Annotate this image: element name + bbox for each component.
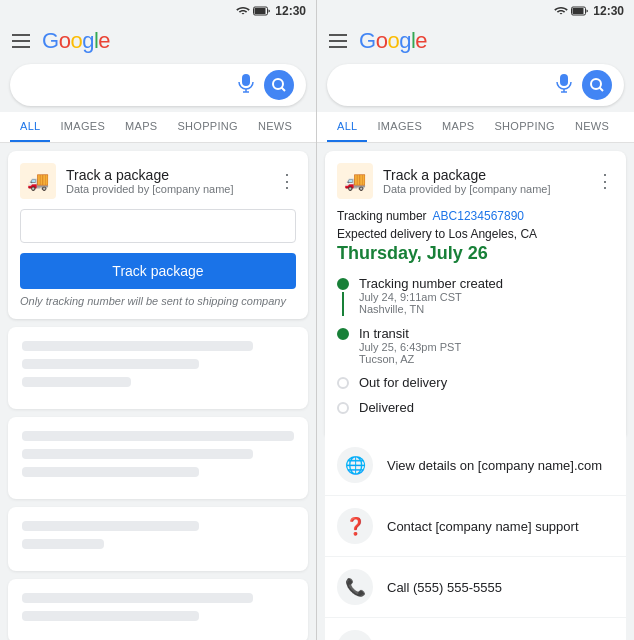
right-card-truck-icon: 🚚 <box>337 163 373 199</box>
action-call[interactable]: 📞 Call (555) 555-5555 <box>325 557 626 618</box>
skeleton-line <box>22 359 199 369</box>
svg-rect-9 <box>560 74 568 86</box>
left-skeleton-card-3 <box>8 507 308 571</box>
right-status-icons <box>554 6 589 16</box>
left-tab-news[interactable]: NEWS <box>248 112 302 142</box>
tracking-number-label: Tracking number <box>337 209 427 223</box>
left-card-header: 🚚 Track a package Data provided by [comp… <box>20 163 296 199</box>
left-skeleton-card-1 <box>8 327 308 409</box>
right-card-header: 🚚 Track a package Data provided by [comp… <box>337 163 614 199</box>
left-main-content: 🚚 Track a package Data provided by [comp… <box>0 143 316 640</box>
left-status-icons <box>236 6 271 16</box>
timeline-content-outfordelivery: Out for delivery <box>359 375 614 390</box>
left-tab-maps[interactable]: MAPS <box>115 112 167 142</box>
left-skeleton-card-4 <box>8 579 308 640</box>
left-tab-all[interactable]: ALL <box>10 112 50 142</box>
svg-rect-1 <box>255 8 266 14</box>
right-tab-all[interactable]: ALL <box>327 112 367 142</box>
timeline-dot-area-3 <box>337 375 349 389</box>
timeline-dot-created <box>337 278 349 290</box>
action-track-another[interactable]: 🚚 Track another package <box>325 618 626 640</box>
truck-icon: 🚚 <box>337 630 373 640</box>
left-track-button[interactable]: Track package <box>20 253 296 289</box>
action-view-details[interactable]: 🌐 View details on [company name].com <box>325 435 626 496</box>
wifi-icon <box>236 6 250 16</box>
right-mic-button[interactable] <box>554 72 574 99</box>
tracking-number-row: Tracking number ABC1234567890 <box>337 209 614 223</box>
skeleton-line <box>22 593 253 603</box>
timeline-detail-transit: July 25, 6:43pm PST <box>359 341 614 353</box>
right-top-bar: Google <box>317 22 634 58</box>
right-hamburger-menu-icon[interactable] <box>329 34 347 48</box>
globe-icon: 🌐 <box>337 447 373 483</box>
action-call-label: Call (555) 555-5555 <box>387 580 502 595</box>
left-search-bar: [company] package tracking <box>10 64 306 106</box>
svg-line-13 <box>600 88 604 92</box>
timeline-dot-outfordelivery <box>337 377 349 389</box>
right-search-button[interactable] <box>582 70 612 100</box>
right-tab-news[interactable]: NEWS <box>565 112 619 142</box>
right-status-bar: 12:30 <box>317 0 634 22</box>
timeline-detail-created: July 24, 9:11am CST <box>359 291 614 303</box>
hamburger-menu-icon[interactable] <box>12 34 30 48</box>
left-phone-panel: 12:30 Google [company] package tracking <box>0 0 317 640</box>
left-tracking-input[interactable]: ABC1234567890 <box>20 209 296 243</box>
skeleton-line <box>22 377 131 387</box>
left-search-tabs: ALL IMAGES MAPS SHOPPING NEWS <box>0 112 316 143</box>
right-tab-shopping[interactable]: SHOPPING <box>484 112 564 142</box>
right-google-logo: Google <box>359 28 427 54</box>
right-mic-icon <box>556 74 572 94</box>
timeline-location-transit: Tucson, AZ <box>359 353 614 365</box>
timeline: Tracking number created July 24, 9:11am … <box>337 276 614 435</box>
left-card-title-area: Track a package Data provided by [compan… <box>66 167 278 195</box>
timeline-dot-area-2 <box>337 326 349 340</box>
timeline-item-created: Tracking number created July 24, 9:11am … <box>337 276 614 316</box>
left-top-bar: Google <box>0 22 316 58</box>
left-more-options-button[interactable]: ⋮ <box>278 172 296 190</box>
search-icon <box>271 77 287 93</box>
skeleton-line <box>22 449 253 459</box>
left-tab-images[interactable]: IMAGES <box>50 112 115 142</box>
google-logo: Google <box>42 28 110 54</box>
delivery-date: Thursday, July 26 <box>337 243 614 264</box>
tracking-number-value[interactable]: ABC1234567890 <box>433 209 524 223</box>
timeline-dot-area-4 <box>337 400 349 414</box>
svg-rect-2 <box>242 74 250 86</box>
action-view-details-label: View details on [company name].com <box>387 458 602 473</box>
right-more-options-button[interactable]: ⋮ <box>596 172 614 190</box>
timeline-item-outfordelivery: Out for delivery <box>337 375 614 390</box>
right-card-title-area: Track a package Data provided by [compan… <box>383 167 596 195</box>
skeleton-line <box>22 539 104 549</box>
battery-icon <box>253 6 271 16</box>
right-phone-panel: 12:30 Google [company] package tracking <box>317 0 634 640</box>
action-contact-support[interactable]: ❓ Contact [company name] support <box>325 496 626 557</box>
timeline-title-transit: In transit <box>359 326 614 341</box>
phone-icon: 📞 <box>337 569 373 605</box>
timeline-title-created: Tracking number created <box>359 276 614 291</box>
skeleton-line <box>22 521 199 531</box>
timeline-title-delivered: Delivered <box>359 400 614 415</box>
right-tab-images[interactable]: IMAGES <box>367 112 432 142</box>
left-tab-shopping[interactable]: SHOPPING <box>167 112 247 142</box>
left-search-button[interactable] <box>264 70 294 100</box>
right-card-subtitle: Data provided by [company name] <box>383 183 596 195</box>
right-wifi-icon <box>554 6 568 16</box>
timeline-content-transit: In transit July 25, 6:43pm PST Tucson, A… <box>359 326 614 365</box>
right-time: 12:30 <box>593 4 624 18</box>
right-search-tabs: ALL IMAGES MAPS SHOPPING NEWS <box>317 112 634 143</box>
left-time: 12:30 <box>275 4 306 18</box>
skeleton-line <box>22 611 199 621</box>
help-icon: ❓ <box>337 508 373 544</box>
left-search-input[interactable]: [company] package tracking <box>22 77 228 93</box>
left-package-card: 🚚 Track a package Data provided by [comp… <box>8 151 308 319</box>
timeline-item-delivered: Delivered <box>337 400 614 415</box>
timeline-dot-delivered <box>337 402 349 414</box>
right-battery-icon <box>571 6 589 16</box>
left-mic-button[interactable] <box>236 72 256 99</box>
timeline-location-created: Nashville, TN <box>359 303 614 315</box>
skeleton-line <box>22 341 253 351</box>
delivery-label: Expected delivery to Los Angeles, CA <box>337 227 614 241</box>
right-search-input[interactable]: [company] package tracking <box>339 77 546 93</box>
left-card-title: Track a package <box>66 167 278 183</box>
right-tab-maps[interactable]: MAPS <box>432 112 484 142</box>
